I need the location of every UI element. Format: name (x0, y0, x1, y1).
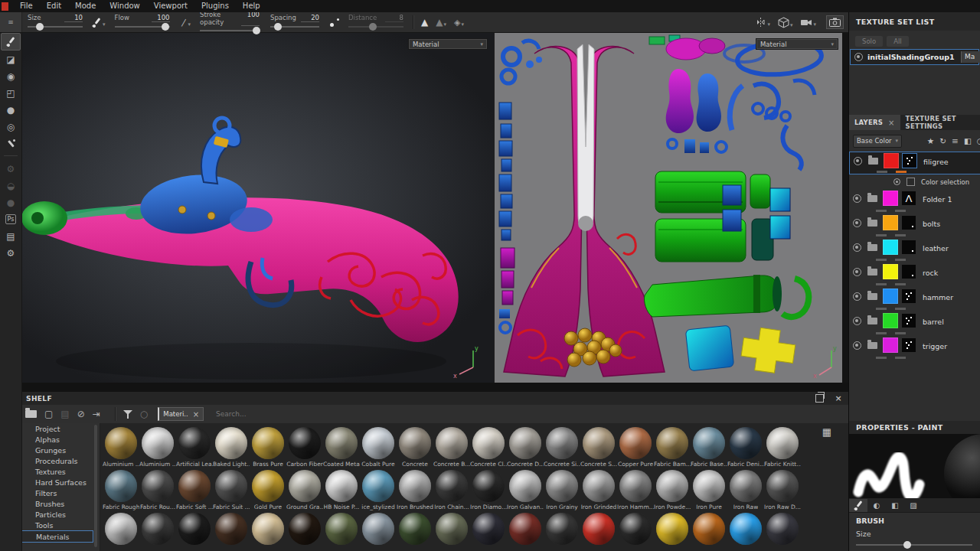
polygon-fill-tool[interactable]: ◰ (2, 85, 20, 101)
material-item[interactable]: Ground Gra... (286, 470, 323, 510)
material-item[interactable]: Fabric Deni... (727, 427, 764, 468)
material-item[interactable]: ice_stylized (360, 470, 397, 510)
import-resources-icon[interactable]: ⇥ (93, 409, 100, 419)
layer-mask-thumbnail[interactable]: Λ (901, 191, 916, 206)
ptab-brush[interactable] (849, 499, 867, 512)
material-item[interactable]: Iron Brushed (397, 470, 433, 510)
material-item[interactable] (470, 513, 507, 546)
layer-mask-thumbnail[interactable] (902, 153, 917, 168)
material-item[interactable]: Baked Light... (213, 427, 250, 468)
material-item[interactable] (360, 513, 397, 546)
photoshop-export-button[interactable]: Ps (2, 211, 20, 227)
menu-plugins[interactable]: Plugins (194, 2, 236, 10)
material-item[interactable]: Cobalt Pure (360, 427, 397, 468)
ptab-stencil[interactable]: ◧ (886, 499, 904, 512)
material-item[interactable] (507, 513, 544, 546)
shelf-category-filters[interactable]: Filters (21, 487, 100, 498)
shelf-category-brushes[interactable]: Brushes (21, 498, 100, 509)
plugin-slot[interactable]: ● (2, 194, 20, 210)
material-item[interactable]: Aluminium ... (103, 427, 139, 468)
layer-visibility-icon[interactable] (853, 219, 861, 227)
viewport-3d-material-dropdown[interactable]: Material ▾ (408, 38, 488, 50)
material-item[interactable]: Aluminium ... (139, 427, 176, 468)
shelf-category-project[interactable]: Project (21, 423, 100, 434)
brush-tip-icon[interactable]: ▾ (92, 18, 106, 28)
clone-tool[interactable]: ◎ (2, 119, 20, 135)
effect-checkbox[interactable] (906, 178, 915, 186)
add-mask-icon[interactable]: ◔ (977, 136, 980, 145)
material-item[interactable]: Fabric Bam... (654, 427, 691, 468)
substance-tool[interactable]: ⚙ (2, 161, 20, 177)
layer-row-trigger[interactable]: trigger (849, 337, 980, 360)
material-item[interactable]: Fabric Suit ... (213, 470, 250, 510)
material-item[interactable]: Brass Pure (250, 427, 286, 468)
layer-color-swatch[interactable] (883, 313, 898, 328)
layer-mask-thumbnail[interactable] (901, 289, 916, 304)
save-resources-icon[interactable]: ▤ (60, 409, 69, 419)
close-panel-icon[interactable]: × (835, 393, 842, 403)
effect-visibility-icon[interactable] (893, 178, 900, 185)
projection-tool[interactable]: ◉ (2, 68, 20, 84)
layer-row-barrel[interactable]: barrel (849, 312, 980, 335)
tab-layers[interactable]: LAYERS × (849, 115, 900, 130)
material-item[interactable]: Artificial Lea... (176, 427, 213, 468)
layer-color-swatch[interactable] (883, 337, 898, 353)
material-item[interactable] (654, 513, 691, 546)
hide-resources-icon[interactable]: ⊘ (77, 409, 85, 419)
layer-row-bolts[interactable]: bolts (849, 214, 980, 237)
layer-row-hammer[interactable]: hammer (849, 288, 980, 311)
layer-mask-thumbnail[interactable] (901, 313, 916, 328)
smudge-tool[interactable]: ● (2, 102, 20, 118)
size-control[interactable]: Size 10 (28, 14, 83, 31)
material-item[interactable]: Fabric Knitt... (764, 427, 801, 468)
shelf-folder-icon[interactable] (25, 410, 37, 418)
material-item[interactable]: Fabric Rough (103, 470, 139, 510)
refresh-icon[interactable]: ○ (140, 409, 148, 419)
material-item[interactable]: Concrete B... (433, 427, 470, 468)
undock-panel-icon[interactable] (815, 394, 824, 403)
add-layer-icon[interactable]: ≡ (952, 136, 959, 145)
material-item[interactable]: Iron Raw D... (764, 470, 801, 510)
flow-value[interactable]: 100 (152, 14, 170, 22)
material-item[interactable]: Copper Pure (617, 427, 654, 468)
layer-effect-color-selection[interactable]: Color selection (849, 176, 980, 187)
material-picker-tool[interactable] (2, 135, 20, 152)
layer-visibility-icon[interactable] (853, 341, 861, 350)
shelf-category-grunges[interactable]: Grunges (21, 445, 100, 455)
symmetry-x-icon[interactable]: ▲ (421, 17, 428, 28)
material-item[interactable]: Concrete S... (580, 427, 617, 468)
material-item[interactable] (727, 513, 764, 546)
material-item[interactable]: Concrete D... (507, 427, 544, 468)
layer-color-swatch[interactable] (883, 191, 898, 206)
layer-mask-thumbnail[interactable] (901, 264, 916, 279)
material-item[interactable] (580, 513, 617, 546)
screenshot-icon[interactable] (826, 15, 844, 29)
material-item[interactable]: Concrete Si... (544, 427, 580, 468)
remove-filter-icon[interactable]: × (193, 410, 199, 419)
material-item[interactable] (176, 513, 213, 546)
toolbar-grip[interactable]: ≡ (0, 12, 22, 32)
layer-color-swatch[interactable] (883, 264, 898, 279)
layer-mask-thumbnail[interactable] (901, 240, 916, 255)
material-item[interactable]: Iron Hamm... (617, 470, 654, 510)
stroke-opacity-value[interactable]: 100 (241, 11, 260, 26)
menu-help[interactable]: Help (236, 2, 267, 10)
material-item[interactable]: HB Noise P... (323, 470, 360, 510)
all-button[interactable]: All (887, 36, 909, 47)
layer-visibility-icon[interactable] (853, 292, 861, 301)
mirror-display-icon[interactable]: ▾ (755, 17, 770, 28)
layer-visibility-icon[interactable] (854, 157, 862, 165)
shelf-category-materials[interactable]: Materials (21, 530, 93, 543)
menu-mode[interactable]: Mode (68, 2, 103, 10)
symmetry-alt-icon[interactable]: ▲▾ (436, 17, 446, 28)
material-item[interactable]: Carbon Fiber (286, 427, 323, 468)
size-slider[interactable] (28, 23, 83, 31)
close-tab-icon[interactable]: × (888, 119, 895, 127)
ptab-gradient[interactable]: ▨ (904, 499, 923, 512)
material-item[interactable]: Concrete Cl... (470, 427, 507, 468)
shelf-search-input[interactable] (214, 409, 371, 419)
shelf-category-procedurals[interactable]: Procedurals (21, 455, 100, 466)
material-item[interactable]: Iron Grainy (544, 470, 580, 510)
material-item[interactable]: Iron Pure (691, 470, 727, 510)
notifications-button[interactable]: ◒ (2, 178, 20, 194)
